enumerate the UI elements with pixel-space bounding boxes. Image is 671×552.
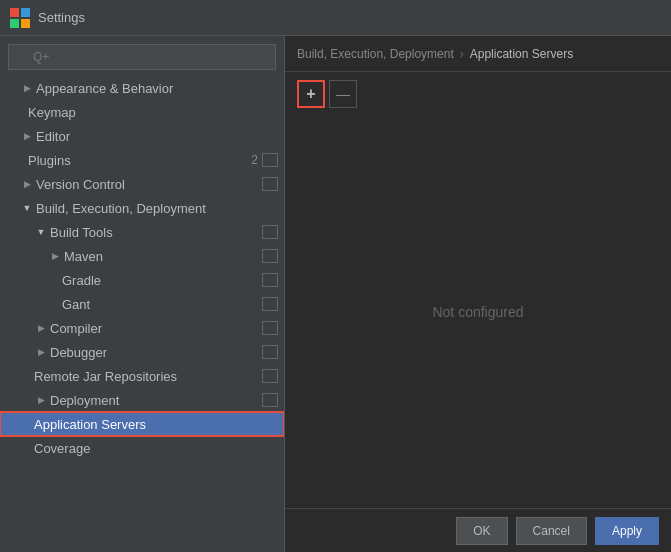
add-button[interactable]: +: [297, 80, 325, 108]
arrow-icon: ▶: [48, 249, 62, 263]
settings-icon: [262, 225, 278, 239]
arrow-icon: ▼: [20, 201, 34, 215]
sidebar-item-label: Application Servers: [34, 417, 278, 432]
arrow-icon: ▼: [34, 225, 48, 239]
sidebar-item-gradle[interactable]: Gradle: [0, 268, 284, 292]
apply-button[interactable]: Apply: [595, 517, 659, 545]
sidebar-item-maven[interactable]: ▶ Maven: [0, 244, 284, 268]
sidebar-item-label: Maven: [64, 249, 258, 264]
sidebar-item-coverage[interactable]: Coverage: [0, 436, 284, 460]
svg-rect-1: [21, 8, 30, 17]
sidebar-item-app-servers[interactable]: Application Servers: [0, 412, 284, 436]
search-wrapper: ⚲: [8, 44, 276, 70]
sidebar-item-deployment[interactable]: ▶ Deployment: [0, 388, 284, 412]
sidebar-item-gant[interactable]: Gant: [0, 292, 284, 316]
settings-icon: [262, 297, 278, 311]
arrow-icon: ▶: [20, 177, 34, 191]
sidebar-item-plugins[interactable]: Plugins 2: [0, 148, 284, 172]
content-area: Not configured: [285, 116, 671, 508]
sidebar-item-label: Gradle: [62, 273, 258, 288]
remove-button[interactable]: —: [329, 80, 357, 108]
sidebar-item-appearance[interactable]: ▶ Appearance & Behavior: [0, 76, 284, 100]
content-panel: Build, Execution, Deployment › Applicati…: [285, 36, 671, 552]
sidebar-item-build-tools[interactable]: ▼ Build Tools: [0, 220, 284, 244]
arrow-icon: ▶: [34, 345, 48, 359]
svg-rect-0: [10, 8, 19, 17]
settings-icon: [262, 393, 278, 407]
search-input[interactable]: [8, 44, 276, 70]
search-box: ⚲: [0, 36, 284, 76]
sidebar-item-label: Editor: [36, 129, 278, 144]
arrow-icon: ▶: [34, 393, 48, 407]
settings-icon: [262, 249, 278, 263]
bottom-bar: OK Cancel Apply: [285, 508, 671, 552]
title-bar-label: Settings: [38, 10, 85, 25]
sidebar-item-label: Plugins: [28, 153, 247, 168]
sidebar-item-remote-jar[interactable]: Remote Jar Repositories: [0, 364, 284, 388]
svg-rect-2: [10, 19, 19, 28]
svg-rect-3: [21, 19, 30, 28]
settings-icon: [262, 273, 278, 287]
sidebar-item-label: Coverage: [34, 441, 278, 456]
breadcrumb-current: Application Servers: [470, 47, 573, 61]
title-bar: Settings: [0, 0, 671, 36]
settings-icon: [262, 369, 278, 383]
toolbar: + —: [285, 72, 671, 116]
settings-icon: [262, 345, 278, 359]
sidebar-item-build-exec[interactable]: ▼ Build, Execution, Deployment: [0, 196, 284, 220]
breadcrumb-separator: ›: [460, 47, 464, 61]
sidebar-item-label: Build, Execution, Deployment: [36, 201, 278, 216]
nav-list: ▶ Appearance & Behavior Keymap ▶ Editor …: [0, 76, 284, 552]
sidebar-item-label: Compiler: [50, 321, 258, 336]
sidebar-item-editor[interactable]: ▶ Editor: [0, 124, 284, 148]
sidebar: ⚲ ▶ Appearance & Behavior Keymap ▶ Edito…: [0, 36, 285, 552]
sidebar-item-version-control[interactable]: ▶ Version Control: [0, 172, 284, 196]
sidebar-item-debugger[interactable]: ▶ Debugger: [0, 340, 284, 364]
sidebar-item-label: Debugger: [50, 345, 258, 360]
cancel-button[interactable]: Cancel: [516, 517, 587, 545]
arrow-icon: ▶: [20, 81, 34, 95]
sidebar-item-keymap[interactable]: Keymap: [0, 100, 284, 124]
arrow-icon: ▶: [34, 321, 48, 335]
settings-icon: [262, 177, 278, 191]
app-icon: [10, 8, 30, 28]
sidebar-item-label: Build Tools: [50, 225, 258, 240]
ok-button[interactable]: OK: [456, 517, 507, 545]
plugins-badge: 2: [251, 153, 258, 167]
sidebar-item-compiler[interactable]: ▶ Compiler: [0, 316, 284, 340]
breadcrumb: Build, Execution, Deployment › Applicati…: [285, 36, 671, 72]
sidebar-item-label: Keymap: [28, 105, 278, 120]
settings-icon: [262, 153, 278, 167]
sidebar-item-label: Deployment: [50, 393, 258, 408]
arrow-icon: ▶: [20, 129, 34, 143]
main-layout: ⚲ ▶ Appearance & Behavior Keymap ▶ Edito…: [0, 36, 671, 552]
empty-state-text: Not configured: [432, 304, 523, 320]
sidebar-item-label: Appearance & Behavior: [36, 81, 278, 96]
sidebar-item-label: Remote Jar Repositories: [34, 369, 258, 384]
sidebar-item-label: Version Control: [36, 177, 258, 192]
sidebar-item-label: Gant: [62, 297, 258, 312]
settings-icon: [262, 321, 278, 335]
breadcrumb-parent: Build, Execution, Deployment: [297, 47, 454, 61]
